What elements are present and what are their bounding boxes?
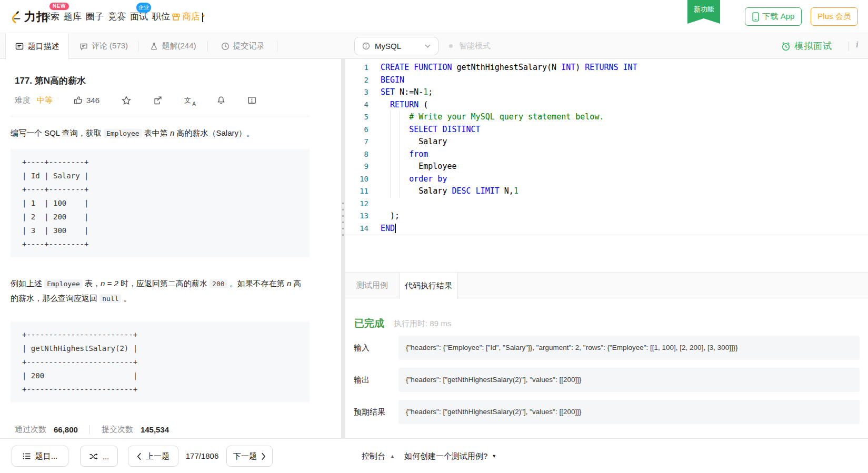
line-number: 5 (345, 111, 381, 124)
language-select[interactable]: MySQL (354, 37, 438, 55)
employee-table-block: +----+--------+ | Id | Salary | +----+--… (11, 149, 310, 257)
nav-item-jobs[interactable]: 职位 (152, 11, 170, 23)
problem-paragraph-1: 编写一个 SQL 查询，获取 Employee 表中第 n 高的薪水（Salar… (11, 126, 305, 140)
code-line[interactable]: 7 Salary (345, 136, 868, 148)
line-number: 3 (345, 86, 381, 99)
bell-icon[interactable] (217, 96, 225, 105)
howto-label: 如何创建一个测试用例? (404, 451, 487, 461)
mock-interview-label: 模拟面试 (794, 40, 832, 52)
shuffle-icon (89, 452, 98, 460)
bottom-toolbar: 题目... ... 上一题 177/1806 下一题 控制台 ▲ 如何创建一个测… (0, 438, 868, 473)
console-toggle[interactable]: 控制台 ▲ (362, 439, 395, 473)
code-editor[interactable]: 1CREATE FUNCTION getNthHighestSalary(N I… (345, 59, 868, 235)
tab-solutions[interactable]: 题解(244) (138, 33, 208, 59)
smart-mode[interactable]: 智能模式 (449, 33, 491, 59)
code-line[interactable]: 12 (345, 198, 868, 210)
inline-code: Employee (44, 279, 83, 288)
download-app-button[interactable]: 下载 App (745, 7, 802, 26)
favorite-star-icon[interactable] (122, 96, 131, 105)
result-row-label: 输出 (354, 368, 370, 392)
code-text: Employee (381, 160, 457, 173)
line-number: 2 (345, 74, 381, 87)
prev-problem-button[interactable]: 上一题 (128, 446, 178, 467)
difficulty-label: 难度 (15, 95, 31, 105)
tab-run-result[interactable]: 代码执行结果 (399, 273, 458, 299)
inline-code: null (99, 294, 121, 303)
nav-item-contest[interactable]: 竞赛 (108, 11, 126, 23)
translate-icon[interactable]: 文A (184, 96, 195, 105)
code-line[interactable]: 2BEGIN (345, 74, 868, 87)
next-problem-button[interactable]: 下一题 (226, 446, 273, 467)
code-text: SET N:=N-1; (381, 86, 433, 99)
like-count: 346 (86, 96, 99, 105)
shuffle-button[interactable]: ... (80, 446, 118, 467)
problem-list-label: 题目... (35, 451, 58, 461)
like-button[interactable]: 346 (74, 96, 99, 105)
workspace-tabstrip: 题目描述 评论 (573) 题解(244) 提交记录 M (0, 33, 868, 59)
comment-icon (79, 42, 88, 51)
line-number: 1 (345, 62, 381, 74)
nav-item-circle[interactable]: 圈子 (86, 11, 104, 23)
meta-divider (11, 116, 310, 116)
line-number: 9 (345, 160, 381, 173)
indent-guide (400, 111, 400, 198)
new-badge: NEW (49, 3, 69, 10)
code-line[interactable]: 10 order by (345, 173, 868, 186)
code-line[interactable]: 3SET N:=N-1; (345, 86, 868, 99)
main-area: 177. 第N高的薪水 难度 中等 346 (0, 59, 868, 438)
line-number: 14 (345, 223, 381, 235)
code-line[interactable]: 14END (345, 223, 868, 235)
tab-comments[interactable]: 评论 (573) (69, 33, 138, 59)
new-feature-ribbon[interactable]: 新功能 (687, 0, 720, 24)
code-line[interactable]: 9 Employee (345, 160, 868, 173)
code-line[interactable]: 8 from (345, 148, 868, 161)
nav-item-problems[interactable]: 题库 (64, 11, 82, 23)
tab-description[interactable]: 题目描述 (5, 33, 69, 59)
tab-submissions[interactable]: 提交记录 (208, 33, 277, 59)
store-icon (172, 13, 180, 21)
code-text: # Write your MySQL query statement below… (381, 111, 604, 124)
code-line[interactable]: 4 RETURN ( (345, 99, 868, 112)
line-number: 12 (345, 198, 381, 210)
language-select-value: MySQL (375, 42, 401, 51)
line-number: 10 (345, 173, 381, 186)
line-number: 8 (345, 148, 381, 161)
leetcode-logo-icon[interactable] (8, 9, 23, 24)
problem-stats: 通过次数 66,800 提交次数 145,534 (15, 425, 341, 435)
runtime-value: 89 ms (430, 319, 451, 328)
code-line[interactable]: 13 ); (345, 210, 868, 223)
panel-resize-handle[interactable] (341, 59, 345, 438)
share-icon[interactable] (153, 96, 162, 105)
code-line[interactable]: 6 SELECT DISTINCT (345, 124, 868, 136)
chevron-down-icon (425, 44, 431, 48)
result-row-value: {"headers": ["getNthHighestSalary(2)"], … (398, 400, 860, 424)
feedback-icon[interactable] (247, 96, 256, 105)
problem-paragraph-2: 例如上述 Employee 表，n = 2 时，应返回第二高的薪水 200 。如… (11, 276, 305, 306)
tab-testcase[interactable]: 测试用例 (345, 273, 399, 298)
code-line[interactable]: 5 # Write your MySQL query statement bel… (345, 111, 868, 124)
howto-testcase-link[interactable]: 如何创建一个测试用例? ▼ (404, 439, 496, 473)
line-number: 7 (345, 136, 381, 148)
accepted-label: 通过次数 (15, 425, 46, 435)
nav-item-explore[interactable]: 探索 (42, 11, 59, 23)
top-navbar: 力扣 探索 题库 圈子 竞赛 面试 职位 NEW 企业 商店 ▾ 新功能 下载 … (0, 0, 868, 33)
store-label: 商店 (182, 11, 200, 23)
result-row-label: 预期结果 (354, 400, 385, 424)
code-line[interactable]: 1CREATE FUNCTION getNthHighestSalary(N I… (345, 62, 868, 74)
code-text: RETURN ( (381, 99, 428, 112)
stats-divider (89, 425, 90, 434)
inline-code: 200 (209, 279, 227, 288)
problem-list-button[interactable]: 题目... (12, 446, 68, 467)
code-line[interactable]: 11 Salary DESC LIMIT N,1 (345, 185, 868, 198)
info-italic[interactable]: i (856, 40, 858, 49)
plus-member-button[interactable]: Plus 会员 (811, 7, 858, 26)
run-status: 已完成 (354, 317, 384, 330)
tab-description-label: 题目描述 (28, 42, 59, 52)
problem-counter: 177/1806 (183, 439, 221, 473)
code-text: BEGIN (381, 74, 404, 87)
difficulty-badge: 中等 (37, 95, 53, 105)
nav-item-store[interactable]: 商店 ▾ (172, 0, 203, 33)
tab-submissions-label: 提交记录 (233, 41, 265, 51)
problem-meta-row: 难度 中等 346 文A (15, 95, 341, 105)
mock-interview-button[interactable]: 模拟面试 (781, 33, 832, 59)
